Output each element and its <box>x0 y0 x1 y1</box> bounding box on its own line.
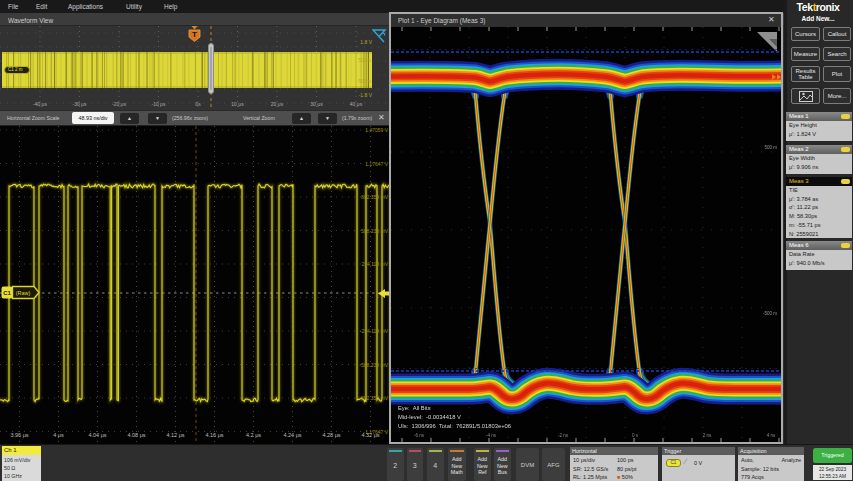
svg-text:4 ns: 4 ns <box>767 433 776 438</box>
svg-text:C1: C1 <box>3 290 11 296</box>
svg-text:-2 ns: -2 ns <box>558 433 569 438</box>
svg-text:UIs: 1306/996 Total: 762891: UIs: 1306/996 Total: 762891/5.01803e+06 <box>398 423 511 429</box>
svg-text:-6 ns: -6 ns <box>414 433 425 438</box>
svg-text:Eye: All Bits: Eye: All Bits <box>398 405 431 411</box>
svg-text:0 s: 0 s <box>632 433 639 438</box>
svg-text:500 m: 500 m <box>764 145 777 150</box>
svg-text:-500 m: -500 m <box>763 311 777 316</box>
svg-text:T: T <box>192 30 197 39</box>
svg-text:2 ns: 2 ns <box>703 433 712 438</box>
svg-text:Mid-level: -0.0034418 V: Mid-level: -0.0034418 V <box>398 414 461 420</box>
svg-text:-4 ns: -4 ns <box>486 433 497 438</box>
svg-text:(Raw): (Raw) <box>16 290 31 296</box>
